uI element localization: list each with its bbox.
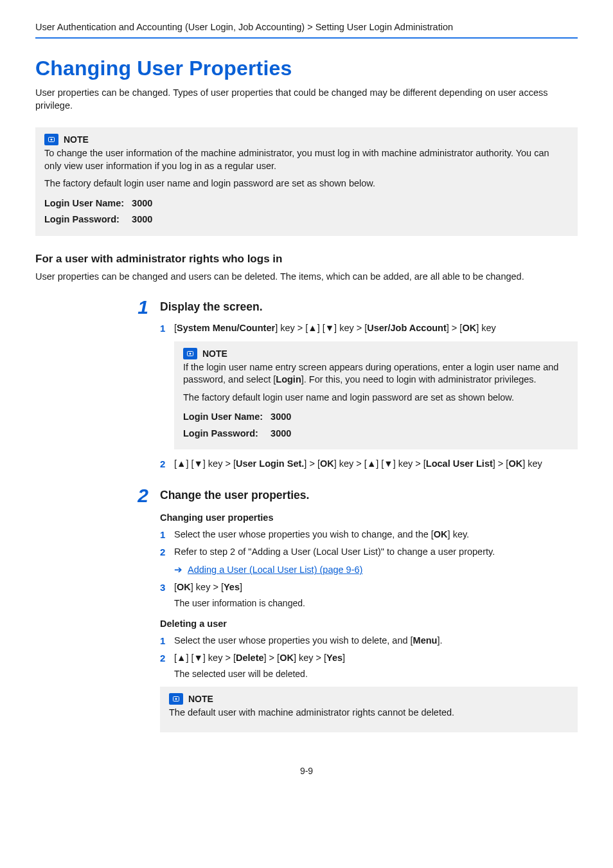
txt: ]. [437,635,442,646]
step-1: 1 Display the screen. 1 [System Menu/Cou… [119,298,578,475]
txt: [▲] [▼] key > [ [174,458,236,469]
login-pass-value: 3000 [132,212,160,228]
page-number: 9-9 [35,766,578,776]
g1-s3-num: 3 [160,581,174,594]
txt: OK [462,323,476,333]
g2-s1-num: 1 [160,634,174,647]
login-user-value: 3000 [132,195,160,212]
inner-note-line1: If the login user name entry screen appe… [183,361,569,386]
txt: Yes [326,653,342,663]
g1-s3: 3 [OK] key > [Yes] [160,581,578,594]
txt: Login [276,374,301,384]
g1-result: The user information is changed. [174,598,578,608]
step-2: 2 Change the user properties. Changing u… [119,486,578,740]
txt: Menu [413,635,438,646]
txt: Select the user whose properties you wis… [174,529,434,539]
txt: OK [434,529,448,539]
g1-s2-text: Refer to step 2 of "Adding a User (Local… [174,545,578,559]
note1-line2: The factory default login user name and … [44,177,569,190]
login-user-value: 3000 [271,409,299,426]
txt: Select the user whose properties you wis… [174,635,413,646]
txt: OK [320,458,334,469]
note-icon [44,134,58,145]
g2-s2-num: 2 [160,651,174,665]
txt: ] > [ [493,458,509,469]
txt: ] [240,582,242,592]
g2-result: The selected user will be deleted. [174,669,578,679]
step1-sub1: 1 [System Menu/Counter] key > [▲] [▼] ke… [160,321,578,335]
txt: OK [280,653,294,663]
breadcrumb-row: User Authentication and Accounting (User… [35,22,578,39]
note-body: To change the user information of the ma… [44,147,569,228]
intro-text: User properties can be changed. Types of… [35,87,578,112]
step1-sub2: 2 [▲] [▼] key > [User Login Set.] > [OK]… [160,457,578,471]
g1-s1: 1 Select the user whose properties you w… [160,528,578,541]
txt: ]. For this, you need to login with admi… [301,374,537,384]
g2-s1-text: Select the user whose properties you wis… [174,634,578,647]
arrow-right-icon: ➔ [174,564,182,575]
svg-point-5 [175,698,177,700]
note-title: NOTE [188,694,213,704]
note-body: If the login user name entry screen appe… [183,361,569,442]
step-1-body: Display the screen. 1 [System Menu/Count… [160,298,578,475]
note-title: NOTE [64,134,89,145]
txt: ] key > [▲] [▼] key > [ [334,458,426,469]
login-pass-label: Login Password: [44,212,132,228]
note-box-1: NOTE To change the user information of t… [35,127,578,236]
group2-title: Deleting a user [160,619,578,629]
txt: ] > [ [304,458,320,469]
g2-s2: 2 [▲] [▼] key > [Delete] > [OK] key > [Y… [160,651,578,665]
g1-s1-text: Select the user whose properties you wis… [174,528,578,541]
subheading: For a user with administrator rights who… [35,253,578,266]
txt: ] key > [ [191,582,224,592]
note-icon [183,348,197,359]
txt: ] key [476,323,496,333]
txt: User/Job Account [367,323,447,333]
note-icon [169,693,183,705]
step-2-title: Change the user properties. [160,489,578,502]
note-box-inner: NOTE If the login user name entry screen… [174,341,578,450]
step1-sub1-num: 1 [160,321,174,335]
txt: ] key > [▲] [▼] key > [ [275,323,367,333]
note1-line1: To change the user information of the ma… [44,147,569,172]
txt: ] > [ [447,323,463,333]
step1-sub1-text: [System Menu/Counter] key > [▲] [▼] key … [174,321,578,335]
login-pass-label: Login Password: [183,426,271,442]
note-header: NOTE [169,693,569,705]
link-row: ➔ Adding a User (Local User List) (page … [174,564,578,575]
note3-text: The default user with machine administra… [169,707,569,719]
login-pass-value: 3000 [271,426,299,442]
txt: Delete [236,653,264,663]
link-adding-user[interactable]: Adding a User (Local User List) (page 9-… [188,565,362,575]
note-title: NOTE [202,348,227,359]
note-header: NOTE [183,348,569,359]
txt: User Login Set. [236,458,304,469]
credentials-table-inner: Login User Name: 3000 Login Password: 30… [183,409,299,442]
txt: OK [177,582,191,592]
step-1-title: Display the screen. [160,300,578,314]
g1-s2: 2 Refer to step 2 of "Adding a User (Loc… [160,545,578,559]
page-root: User Authentication and Accounting (User… [0,0,613,802]
txt: System Menu/Counter [177,323,275,333]
login-user-label: Login User Name: [44,195,132,212]
g1-s3-text: [OK] key > [Yes] [174,581,578,594]
g2-s1: 1 Select the user whose properties you w… [160,634,578,647]
note-header: NOTE [44,134,569,145]
txt: ] key [522,458,542,469]
login-user-label: Login User Name: [183,409,271,426]
inner-note-line2: The factory default login user name and … [183,392,569,404]
note-box-3: NOTE The default user with machine admin… [160,687,578,732]
txt: [▲] [▼] key > [ [174,653,236,663]
step1-sub2-text: [▲] [▼] key > [User Login Set.] > [OK] k… [174,457,578,471]
note3-body: The default user with machine administra… [169,707,569,719]
page-title: Changing User Properties [35,57,578,80]
step-1-number: 1 [119,298,160,475]
g1-s2-num: 2 [160,545,174,559]
txt: OK [508,458,522,469]
svg-point-3 [190,352,191,354]
step1-sub2-num: 2 [160,457,174,471]
credentials-table: Login User Name: 3000 Login Password: 30… [44,195,160,228]
txt: ] > [ [264,653,280,663]
svg-point-1 [51,139,53,141]
txt: ] [342,653,345,663]
